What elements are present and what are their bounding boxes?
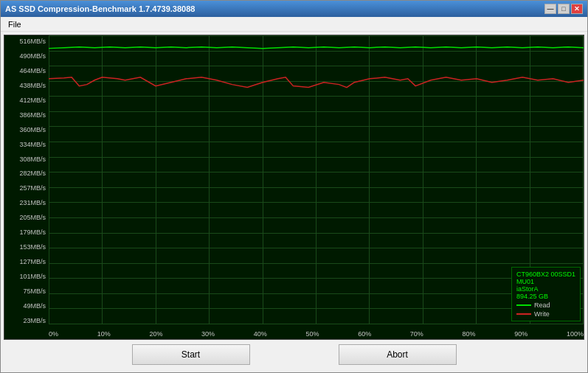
legend-write: Write [516, 310, 575, 318]
y-label-17: 75MB/s [6, 288, 46, 295]
window-controls: — □ ✕ [544, 4, 583, 14]
y-label-10: 257MB/s [6, 185, 46, 192]
y-label-2: 464MB/s [6, 68, 46, 74]
y-label-13: 179MB/s [6, 229, 46, 236]
x-label-4: 40% [254, 330, 267, 338]
x-axis: 0% 10% 20% 30% 40% 50% 60% 70% 80% 90% 1… [49, 330, 584, 338]
start-button[interactable]: Start [132, 344, 250, 365]
read-line [49, 47, 584, 49]
chart-svg [49, 35, 584, 324]
title-bar: AS SSD Compression-Benchmark 1.7.4739.38… [1, 1, 587, 17]
read-color-indicator [516, 304, 531, 306]
y-axis: 516MB/s 490MB/s 464MB/s 438MB/s 412MB/s … [4, 35, 49, 339]
x-label-6: 60% [358, 330, 371, 338]
y-label-7: 334MB/s [6, 142, 46, 148]
legend-read: Read [516, 301, 575, 309]
write-line [49, 77, 584, 88]
chart-area: 516MB/s 490MB/s 464MB/s 438MB/s 412MB/s … [4, 35, 584, 340]
y-label-4: 412MB/s [6, 97, 46, 104]
x-label-5: 50% [305, 330, 319, 338]
y-label-18: 49MB/s [6, 303, 46, 310]
maximize-button[interactable]: □ [558, 4, 570, 14]
legend-firmware: MU01 [516, 278, 575, 285]
x-label-2: 20% [149, 330, 162, 338]
x-label-10: 100% [567, 330, 584, 338]
y-label-0: 516MB/s [6, 38, 46, 45]
chart-inner: CT960BX2 00SSD1 MU01 iaStorA 894.25 GB R… [49, 35, 584, 339]
y-label-12: 205MB/s [6, 215, 46, 221]
x-label-9: 90% [514, 330, 528, 338]
x-label-1: 10% [97, 330, 111, 338]
write-color-indicator [516, 313, 531, 315]
y-label-5: 386MB/s [6, 112, 46, 119]
main-window: AS SSD Compression-Benchmark 1.7.4739.38… [0, 0, 588, 373]
y-label-19: 23MB/s [6, 318, 46, 324]
legend: CT960BX2 00SSD1 MU01 iaStorA 894.25 GB R… [511, 267, 581, 321]
y-label-14: 153MB/s [6, 244, 46, 251]
menu-bar: File [1, 17, 587, 32]
y-label-1: 490MB/s [6, 53, 46, 60]
x-label-8: 80% [463, 330, 476, 338]
window-title: AS SSD Compression-Benchmark 1.7.4739.38… [5, 4, 195, 13]
x-label-7: 70% [410, 330, 423, 338]
x-label-0: 0% [49, 330, 58, 338]
minimize-button[interactable]: — [544, 4, 556, 14]
y-label-15: 127MB/s [6, 259, 46, 265]
y-label-9: 282MB/s [6, 170, 46, 177]
main-content: 516MB/s 490MB/s 464MB/s 438MB/s 412MB/s … [1, 32, 587, 372]
y-label-3: 438MB/s [6, 83, 46, 89]
legend-size: 894.25 GB [516, 293, 575, 300]
legend-write-label: Write [534, 310, 550, 318]
legend-controller: iaStorA [516, 285, 575, 293]
file-menu[interactable]: File [5, 19, 24, 29]
abort-button[interactable]: Abort [339, 344, 457, 365]
y-label-11: 231MB/s [6, 200, 46, 206]
x-label-3: 30% [201, 330, 215, 338]
y-label-6: 360MB/s [6, 127, 46, 133]
legend-drive: CT960BX2 00SSD1 [516, 271, 575, 278]
close-button[interactable]: ✕ [571, 4, 583, 14]
legend-read-label: Read [534, 301, 550, 309]
button-bar: Start Abort [4, 340, 584, 369]
y-label-16: 101MB/s [6, 273, 46, 280]
y-label-8: 308MB/s [6, 156, 46, 163]
